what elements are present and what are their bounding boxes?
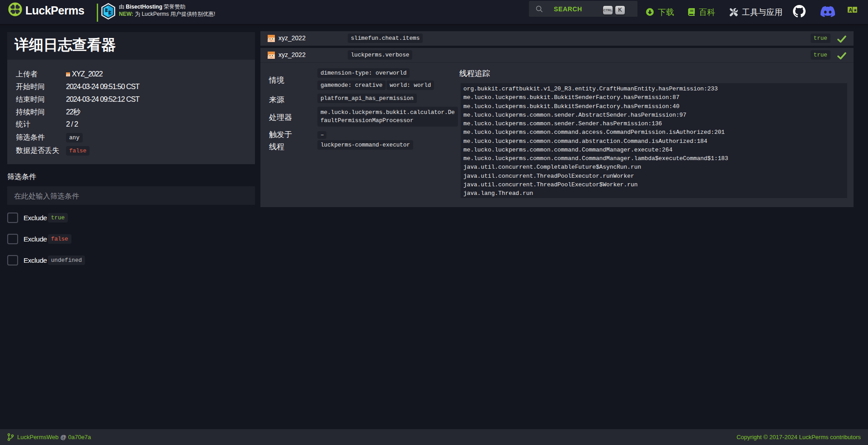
svg-text:A: A (849, 7, 852, 13)
svg-text:★: ★ (853, 8, 857, 13)
